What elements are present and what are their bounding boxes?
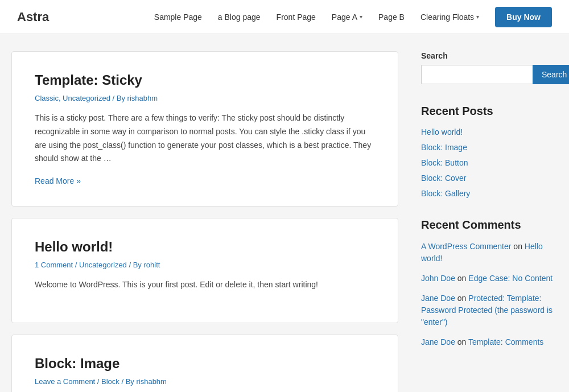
comment-item-3: Jane Doe on Template: Comments	[421, 336, 558, 348]
recent-comments-widget: Recent Comments A WordPress Commenter on…	[421, 218, 558, 348]
post-card-block-image: Block: Image Leave a Comment / Block / B…	[11, 335, 398, 392]
post-card-hello-world: Hello world! 1 Comment / Uncategorized /…	[11, 218, 398, 323]
recent-post-link-2[interactable]: Block: Button	[421, 158, 468, 167]
sidebar: Search Search Recent Posts Hello world! …	[421, 51, 558, 392]
nav-clearing-floats-dropdown[interactable]: Clearing Floats ▾	[420, 13, 479, 22]
page-wrapper: Template: Sticky Classic, Uncategorized …	[0, 34, 569, 392]
post-card-sticky: Template: Sticky Classic, Uncategorized …	[11, 51, 398, 207]
post-title-block-image: Block: Image	[35, 356, 375, 372]
nav-page-b[interactable]: Page B	[378, 13, 405, 22]
post-meta-link-block-image[interactable]: Leave a Comment / Block / By rishabhm	[35, 377, 167, 386]
list-item: Block: Gallery	[421, 188, 558, 198]
comment-on-2: on	[457, 294, 468, 303]
commenter-link-1[interactable]: John Doe	[421, 274, 455, 283]
nav-blog-page[interactable]: a Blog page	[218, 13, 261, 22]
comment-post-link-3[interactable]: Template: Comments	[468, 337, 543, 346]
comment-on-3: on	[457, 337, 468, 346]
list-item: Block: Cover	[421, 173, 558, 183]
post-excerpt-hello-world: Welcome to WordPress. This is your first…	[35, 278, 375, 292]
search-button[interactable]: Search	[533, 65, 569, 84]
recent-post-link-3[interactable]: Block: Cover	[421, 174, 466, 183]
post-meta-link-hello-world[interactable]: 1 Comment / Uncategorized / By rohitt	[35, 261, 160, 269]
search-form: Search	[421, 65, 558, 84]
list-item: Hello world!	[421, 127, 558, 137]
site-title: Astra	[17, 10, 49, 24]
list-item: Block: Image	[421, 142, 558, 152]
post-meta-sticky: Classic, Uncategorized / By rishabhm	[35, 94, 375, 102]
commenter-link-3[interactable]: Jane Doe	[421, 337, 455, 346]
recent-posts-list: Hello world! Block: Image Block: Button …	[421, 127, 558, 198]
comment-item-0: A WordPress Commenter on Hello world!	[421, 241, 558, 265]
recent-posts-widget: Recent Posts Hello world! Block: Image B…	[421, 105, 558, 198]
site-header: Astra Sample Page a Blog page Front Page…	[0, 0, 569, 34]
post-title-sticky: Template: Sticky	[35, 72, 375, 88]
commenter-link-0[interactable]: A WordPress Commenter	[421, 242, 511, 251]
commenter-link-2[interactable]: Jane Doe	[421, 294, 455, 303]
nav-front-page[interactable]: Front Page	[277, 13, 316, 22]
search-input[interactable]	[421, 65, 533, 84]
post-excerpt-sticky: This is a sticky post. There are a few t…	[35, 112, 375, 166]
recent-comments-title: Recent Comments	[421, 218, 558, 232]
buy-now-button[interactable]: Buy Now	[495, 7, 552, 27]
list-item: Block: Button	[421, 158, 558, 167]
read-more-link-sticky[interactable]: Read More »	[35, 176, 81, 185]
search-label: Search	[421, 51, 558, 60]
comment-on-1: on	[457, 274, 468, 283]
recent-post-link-4[interactable]: Block: Gallery	[421, 189, 470, 198]
main-content: Template: Sticky Classic, Uncategorized …	[11, 51, 398, 392]
post-title-hello-world: Hello world!	[35, 239, 375, 255]
recent-post-link-1[interactable]: Block: Image	[421, 143, 467, 152]
main-nav: Sample Page a Blog page Front Page Page …	[154, 7, 552, 27]
comment-item-1: John Doe on Edge Case: No Content	[421, 273, 558, 284]
comment-on-0: on	[513, 242, 524, 251]
comment-item-2: Jane Doe on Protected: Template: Passwor…	[421, 292, 558, 328]
search-widget: Search Search	[421, 51, 558, 84]
post-meta-link-sticky[interactable]: Classic, Uncategorized / By rishabhm	[35, 94, 158, 102]
recent-posts-title: Recent Posts	[421, 105, 558, 118]
chevron-down-icon-2: ▾	[476, 14, 479, 20]
chevron-down-icon: ▾	[360, 14, 362, 20]
nav-page-a-dropdown[interactable]: Page A ▾	[332, 13, 362, 22]
post-meta-hello-world: 1 Comment / Uncategorized / By rohitt	[35, 261, 375, 269]
comment-post-link-1[interactable]: Edge Case: No Content	[468, 274, 552, 283]
post-meta-block-image: Leave a Comment / Block / By rishabhm	[35, 377, 375, 386]
nav-sample-page[interactable]: Sample Page	[154, 13, 202, 22]
recent-post-link-0[interactable]: Hello world!	[421, 127, 463, 137]
